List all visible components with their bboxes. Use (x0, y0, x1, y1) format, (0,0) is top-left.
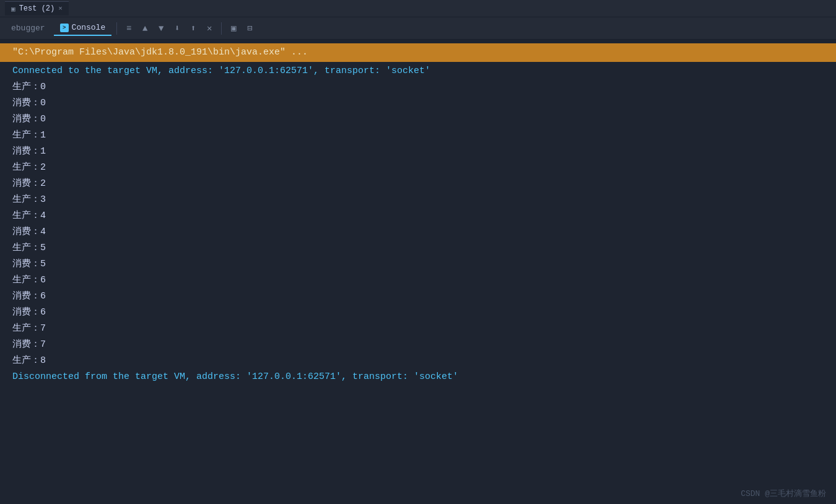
split-btn[interactable]: ▣ (227, 22, 240, 35)
debugger-tab[interactable]: ebugger (5, 21, 51, 35)
output-line: 消费：4 (0, 224, 836, 240)
title-tab[interactable]: ▣ Test (2) × (5, 1, 69, 15)
command-line: "C:\Program Files\Java\jdk1.8.0_191\bin\… (0, 43, 836, 62)
up-end-btn[interactable]: ⬆ (186, 22, 200, 35)
console-area[interactable]: "C:\Program Files\Java\jdk1.8.0_191\bin\… (0, 40, 836, 504)
disconnected-line: Disconnected from the target VM, address… (0, 369, 836, 385)
toolbar-separator-1 (116, 22, 117, 35)
console-icon: > (60, 24, 69, 32)
output-line: 生产：6 (0, 272, 836, 289)
tab-close-icon[interactable]: × (58, 5, 63, 12)
output-line: 生产：0 (0, 79, 836, 95)
up-btn[interactable]: ▲ (138, 22, 152, 35)
output-line: 消费：5 (0, 256, 836, 272)
output-line: 消费：0 (0, 95, 836, 111)
output-line: 消费：6 (0, 305, 836, 321)
close-btn[interactable]: ✕ (202, 22, 216, 35)
output-line: 生产：1 (0, 128, 836, 144)
toolbar: ebugger > Console ≡ ▲ ▼ ⬇ ⬆ ✕ ▣ ⊟ (0, 17, 836, 40)
down-end-btn[interactable]: ⬇ (170, 22, 184, 35)
toolbar-separator-2 (221, 22, 222, 35)
output-line: 消费：7 (0, 337, 836, 353)
output-line: 消费：0 (0, 111, 836, 128)
output-line: 生产：8 (0, 353, 836, 369)
output-lines: 生产：0消费：0消费：0生产：1消费：1生产：2消费：2生产：3生产：4消费：4… (0, 79, 836, 369)
debugger-label: ebugger (11, 24, 45, 33)
output-line: 生产：2 (0, 160, 836, 176)
menu-btn[interactable]: ≡ (122, 22, 136, 35)
collapse-btn[interactable]: ⊟ (243, 22, 256, 35)
console-tab[interactable]: > Console (54, 20, 112, 36)
tab-icon: ▣ (11, 5, 15, 13)
output-line: 生产：7 (0, 321, 836, 337)
watermark: CSDN @三毛村滴雪鱼粉 (741, 488, 826, 499)
connected-line: Connected to the target VM, address: '12… (0, 63, 836, 79)
title-bar: ▣ Test (2) × (0, 0, 836, 17)
down-btn[interactable]: ▼ (154, 22, 168, 35)
output-line: 生产：3 (0, 192, 836, 208)
console-label: Console (72, 23, 106, 32)
tab-label: Test (2) (19, 4, 55, 13)
output-line: 消费：2 (0, 176, 836, 192)
output-line: 消费：6 (0, 289, 836, 305)
output-line: 生产：5 (0, 240, 836, 256)
output-line: 消费：1 (0, 144, 836, 160)
output-line: 生产：4 (0, 208, 836, 224)
